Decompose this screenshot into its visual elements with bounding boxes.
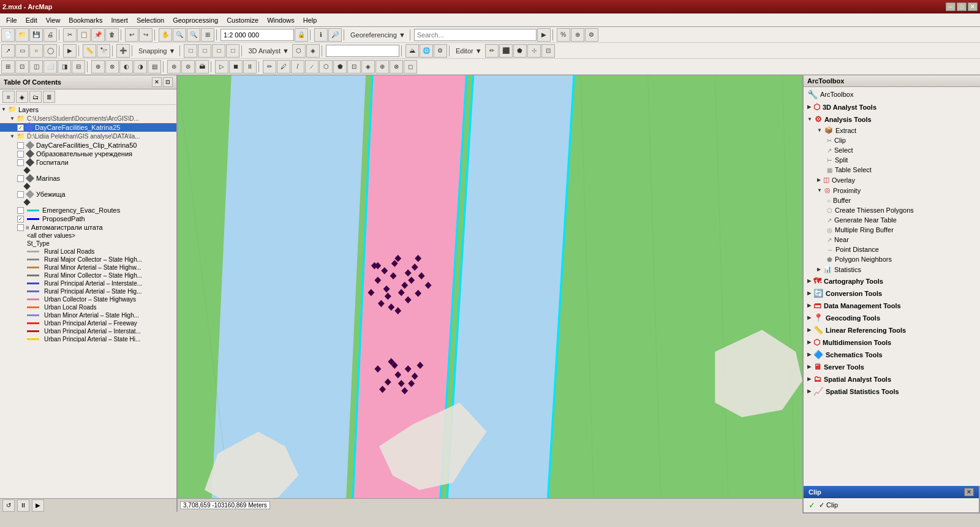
select-rect[interactable]: ▭ <box>15 44 29 58</box>
save-button[interactable]: 💾 <box>29 28 43 42</box>
cb-marinas[interactable] <box>17 175 24 182</box>
atb-datamgmt-header[interactable]: ▶ 🗃 Data Management Tools <box>805 300 979 311</box>
clip-dialog-close[interactable]: ✕ <box>964 488 974 496</box>
atb-overlay-header[interactable]: ▶ ◫ Overlay <box>805 175 979 185</box>
cut-button[interactable]: ✂ <box>63 28 77 42</box>
cb-edu[interactable] <box>17 151 24 157</box>
tb3-btn28[interactable]: ◻ <box>404 60 417 74</box>
magnifier[interactable]: 🔭 <box>97 44 110 58</box>
snap4[interactable]: □ <box>226 44 239 58</box>
toc-tb-draw[interactable]: ◈ <box>16 91 28 103</box>
atb-conversion-header[interactable]: ▶ 🔄 Conversion Tools <box>805 287 979 299</box>
menu-customize[interactable]: Customize <box>223 15 262 25</box>
new-button[interactable]: 📄 <box>1 28 15 42</box>
tb3-btn21[interactable]: ⟋ <box>305 60 318 74</box>
navigate-data[interactable]: ▶ <box>63 44 77 58</box>
map-area[interactable]: 3,708,659 -103160,869 Meters <box>178 75 802 512</box>
atb-select[interactable]: ↗ Select <box>805 145 979 155</box>
cb-roads[interactable] <box>17 224 24 231</box>
toc-layer-roads[interactable]: ≡ Автомагистрали штата <box>0 223 176 232</box>
tb3-btn11[interactable]: ▤ <box>148 60 161 74</box>
toc-layer-clip50[interactable]: DayCareFacilities_Clip_Katrina50 <box>0 141 176 150</box>
atb-3d-header[interactable]: ▶ ⬡ 3D Analyst Tools <box>805 101 979 113</box>
atb-server-header[interactable]: ▶ 🖥 Server Tools <box>805 361 979 373</box>
atb-point-distance[interactable]: ↔ Point Distance <box>805 245 979 254</box>
toc-layer-proposed[interactable]: ProposedPath <box>0 214 176 223</box>
toc-layers-group[interactable]: ▼ 📁 Layers <box>0 105 176 114</box>
menu-selection[interactable]: Selection <box>133 15 168 25</box>
cb-proposed[interactable] <box>17 216 24 222</box>
atb-statistics-header[interactable]: ▶ 📊 Statistics <box>805 264 979 275</box>
menu-edit[interactable]: Edit <box>22 15 41 25</box>
cb-daycare25[interactable] <box>17 124 24 131</box>
atb-spatial-stats-header[interactable]: ▶ 📈 Spatial Statistics Tools <box>805 385 979 397</box>
zoom-percent[interactable]: % <box>557 28 570 42</box>
paste-button[interactable]: 📌 <box>91 28 105 42</box>
tb3-btn1[interactable]: ⊞ <box>1 60 15 74</box>
tb3-btn16[interactable]: ⏹ <box>229 60 243 74</box>
atb-extract-header[interactable]: ▼ 📦 Extract <box>805 125 979 135</box>
tb3-btn2[interactable]: ⊡ <box>15 60 29 74</box>
search-go[interactable]: ▶ <box>537 28 551 42</box>
toc-layer-marinas[interactable]: Marinas <box>0 174 176 183</box>
menu-view[interactable]: View <box>42 15 64 25</box>
tb3-btn7[interactable]: ⊕ <box>91 60 105 74</box>
atb-near[interactable]: ↗ Near <box>805 235 979 245</box>
snap3[interactable]: □ <box>212 44 225 58</box>
pan-button[interactable]: ✋ <box>159 28 172 42</box>
toc-layer-daycare25[interactable]: DayCareFacilities_Katrina25 <box>0 123 176 132</box>
add-data[interactable]: ➕ <box>116 44 130 58</box>
tb3-btn4[interactable]: ⬜ <box>43 60 57 74</box>
delete-button[interactable]: 🗑 <box>105 28 119 42</box>
toc-layer-evac[interactable]: Emergency_Evac_Routes <box>0 206 176 214</box>
tb3-btn26[interactable]: ⊕ <box>375 60 389 74</box>
zoom-in-button[interactable]: 🔍 <box>173 28 186 42</box>
tb3-btn3[interactable]: ◫ <box>29 60 43 74</box>
cb-hosp[interactable] <box>17 159 24 166</box>
atb-table-select[interactable]: ▦ Table Select <box>805 165 979 175</box>
atb-schematics-header[interactable]: ▶ 🔷 Schematics Tools <box>805 349 979 360</box>
3d-btn4[interactable]: 🌐 <box>420 44 433 58</box>
cb-evac[interactable] <box>17 207 24 214</box>
toc-layer-shelter[interactable]: Убежища <box>0 190 176 199</box>
analyst-search[interactable] <box>326 45 399 57</box>
zoom-out-button[interactable]: 🔍 <box>187 28 200 42</box>
toc-tb-list[interactable]: ≡ <box>2 91 15 103</box>
tb3-btn19[interactable]: 🖊 <box>277 60 290 74</box>
menu-help[interactable]: Help <box>300 15 321 25</box>
tb3-btn24[interactable]: ⊡ <box>347 60 361 74</box>
find-button[interactable]: 🔎 <box>328 28 342 42</box>
ed-btn3[interactable]: ⬟ <box>513 44 527 58</box>
tb3-btn6[interactable]: ⊟ <box>72 60 85 74</box>
toc-layer-edu[interactable]: Образовательные учреждения <box>0 150 176 158</box>
search-input[interactable] <box>414 29 537 41</box>
snapping-label[interactable]: Snapping ▼ <box>136 47 178 55</box>
print-button[interactable]: 🖨 <box>43 28 57 42</box>
open-button[interactable]: 📁 <box>15 28 29 42</box>
snap2[interactable]: □ <box>198 44 211 58</box>
atb-buffer[interactable]: ○ Buffer <box>805 195 979 205</box>
toc-btn-bottom1[interactable]: ↺ <box>2 499 15 512</box>
tb3-btn20[interactable]: / <box>291 60 304 74</box>
tb3-btn9[interactable]: ◐ <box>119 60 133 74</box>
tb3-btn12[interactable]: ⊛ <box>167 60 181 74</box>
toc-tree[interactable]: ▼ 📁 Layers ▼ 📁 C:\Users\Student\Document… <box>0 105 176 498</box>
full-extent-button[interactable]: ⊞ <box>201 28 214 42</box>
atb-root[interactable]: 🔧 ArcToolbox <box>805 88 979 100</box>
atb-spatial-analyst-header[interactable]: ▶ 🗂 Spatial Analyst Tools <box>805 373 979 385</box>
snap1[interactable]: □ <box>184 44 197 58</box>
atb-thiessen[interactable]: ⬡ Create Thiessen Polygons <box>805 205 979 215</box>
scale-lock[interactable]: 🔒 <box>295 28 308 42</box>
atb-multi-ring[interactable]: ◎ Multiple Ring Buffer <box>805 225 979 235</box>
ed-btn5[interactable]: ⊡ <box>541 44 555 58</box>
menu-geoprocessing[interactable]: Geoprocessing <box>169 15 222 25</box>
3d-btn5[interactable]: ⚙ <box>434 44 447 58</box>
toc-btn-bottom3[interactable]: ▶ <box>32 499 44 512</box>
menu-insert[interactable]: Insert <box>107 15 132 25</box>
ed-btn1[interactable]: ✏ <box>485 44 499 58</box>
clip-dialog-header[interactable]: Clip ✕ <box>804 486 979 498</box>
toc-btn-bottom2[interactable]: ⏸ <box>17 499 29 512</box>
editor-label[interactable]: Editor ▼ <box>453 47 484 55</box>
toc-close[interactable]: ✕ <box>152 77 162 87</box>
identify-button[interactable]: ℹ <box>314 28 328 42</box>
